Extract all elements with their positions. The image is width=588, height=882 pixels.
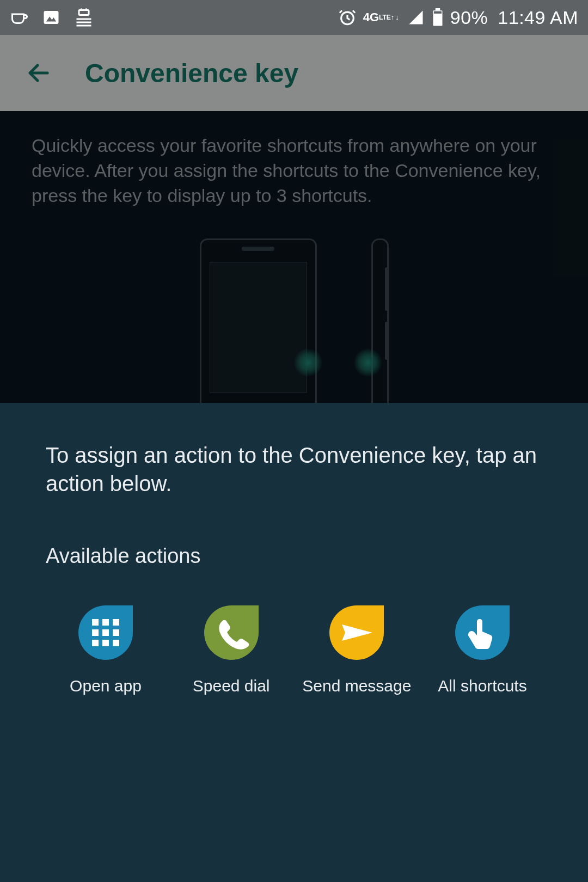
- svg-rect-6: [434, 11, 442, 14]
- action-label: Send message: [302, 677, 411, 695]
- svg-rect-11: [92, 619, 99, 626]
- action-sheet: To assign an action to the Convenience k…: [0, 403, 588, 882]
- key-glow-icon: [354, 348, 382, 377]
- apps-grid-icon: [76, 603, 136, 663]
- sheet-subtitle: Available actions: [46, 544, 542, 568]
- action-label: Speed dial: [193, 677, 270, 695]
- alarm-icon: [338, 8, 357, 27]
- svg-rect-13: [113, 619, 119, 626]
- phone-icon: [201, 603, 261, 663]
- action-all-shortcuts[interactable]: All shortcuts: [428, 603, 537, 695]
- action-open-app[interactable]: Open app: [51, 603, 160, 695]
- action-label: All shortcuts: [438, 677, 526, 695]
- svg-rect-16: [113, 629, 119, 636]
- action-label: Open app: [70, 677, 142, 695]
- back-button[interactable]: [20, 60, 58, 86]
- tap-hand-icon: [452, 603, 512, 663]
- svg-rect-12: [102, 619, 109, 626]
- battery-percent: 90%: [450, 7, 488, 28]
- image-icon: [41, 8, 61, 27]
- svg-rect-15: [102, 629, 109, 636]
- battery-icon: [432, 8, 444, 27]
- page-description: Quickly access your favorite shortcuts f…: [32, 133, 556, 208]
- network-type: 4GLTE↑↓: [363, 14, 400, 21]
- usb-debug-icon: [73, 8, 95, 27]
- action-speed-dial[interactable]: Speed dial: [177, 603, 286, 695]
- svg-rect-2: [79, 10, 89, 15]
- coffee-icon: [10, 8, 29, 27]
- sheet-title: To assign an action to the Convenience k…: [46, 441, 542, 498]
- send-icon: [327, 603, 387, 663]
- page-title: Convenience key: [85, 58, 298, 88]
- signal-icon: [407, 9, 425, 26]
- svg-rect-5: [436, 8, 440, 10]
- svg-rect-14: [92, 629, 99, 636]
- network-type-label: 4G: [363, 14, 379, 21]
- svg-rect-18: [102, 640, 109, 646]
- status-bar: 4GLTE↑↓ 90% 11:49 AM: [0, 0, 588, 35]
- svg-rect-0: [44, 11, 59, 24]
- clock-time: 11:49 AM: [498, 7, 578, 28]
- svg-rect-17: [92, 640, 99, 646]
- action-send-message[interactable]: Send message: [302, 603, 411, 695]
- app-bar: Convenience key: [0, 35, 588, 111]
- key-glow-icon: [294, 348, 322, 377]
- svg-rect-19: [113, 640, 119, 646]
